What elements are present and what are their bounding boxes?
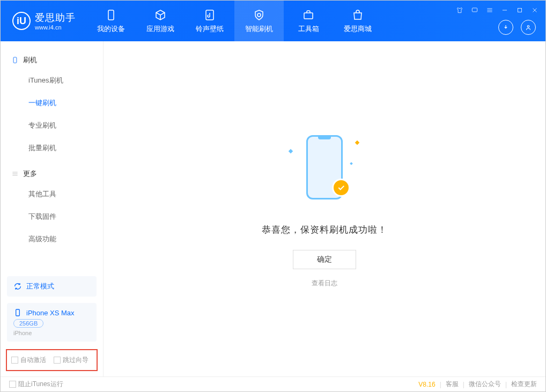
svg-rect-0	[108, 10, 114, 20]
phone-icon	[104, 8, 118, 22]
status-bar: 阻止iTunes运行 V8.16 | 客服 | 微信公众号 | 检查更新	[1, 376, 545, 391]
refresh-shield-icon	[252, 8, 266, 22]
nav-group-more: 更多	[1, 159, 103, 183]
bag-icon	[351, 8, 365, 22]
tab-my-device[interactable]: 我的设备	[86, 1, 136, 41]
nav-group-label: 更多	[23, 169, 37, 179]
tab-label: 智能刷机	[245, 24, 273, 34]
sidebar: 刷机 iTunes刷机 一键刷机 专业刷机 批量刷机 更多 其他工具 下载固件 …	[1, 41, 104, 376]
header-right-actions	[498, 20, 536, 35]
sync-icon	[13, 282, 22, 291]
check-update-link[interactable]: 检查更新	[511, 380, 537, 389]
nav-group-flash: 刷机	[1, 46, 103, 69]
svg-rect-2	[304, 13, 313, 19]
briefcase-icon	[301, 8, 315, 22]
tab-smart-flash[interactable]: 智能刷机	[234, 1, 284, 41]
top-tabs: 我的设备 应用游戏 铃声壁纸 智能刷机 工具箱 爱思商城	[86, 1, 382, 41]
view-log-link[interactable]: 查看日志	[312, 279, 337, 288]
user-icon[interactable]	[521, 20, 536, 35]
check-badge-icon	[332, 179, 350, 197]
minimize-icon[interactable]	[500, 6, 509, 14]
tab-toolbox[interactable]: 工具箱	[284, 1, 333, 41]
list-icon	[11, 170, 19, 177]
music-file-icon	[203, 8, 217, 22]
app-name: 爱思助手	[35, 11, 76, 24]
device-mode-card[interactable]: 正常模式	[7, 276, 97, 297]
ok-button[interactable]: 确定	[293, 250, 356, 269]
nav-pro-flash[interactable]: 专业刷机	[1, 114, 103, 137]
nav-itunes-flash[interactable]: iTunes刷机	[1, 69, 103, 92]
titlebar: iU 爱思助手 www.i4.cn 我的设备 应用游戏 铃声壁纸 智能刷机 工具…	[1, 1, 545, 41]
version-label: V8.16	[418, 381, 435, 388]
main-content: 恭喜您，保资料刷机成功啦！ 确定 查看日志	[104, 41, 545, 376]
shirt-icon[interactable]	[455, 6, 464, 14]
success-message: 恭喜您，保资料刷机成功啦！	[262, 224, 387, 236]
download-icon[interactable]	[498, 20, 513, 35]
nav-group-label: 刷机	[23, 55, 37, 65]
block-itunes-checkbox[interactable]: 阻止iTunes运行	[9, 380, 63, 389]
device-name: iPhone XS Max	[26, 309, 75, 317]
checkbox-label: 跳过向导	[63, 356, 88, 364]
nav-other-tools[interactable]: 其他工具	[1, 183, 103, 205]
nav-batch-flash[interactable]: 批量刷机	[1, 137, 103, 159]
maximize-icon[interactable]	[515, 6, 524, 14]
device-type: iPhone	[13, 330, 90, 336]
mode-label: 正常模式	[26, 282, 54, 291]
auto-activate-checkbox[interactable]: 自动激活	[11, 356, 46, 365]
phone-outline-icon	[11, 56, 19, 64]
skip-wizard-checkbox[interactable]: 跳过向导	[54, 356, 88, 365]
menu-icon[interactable]	[485, 6, 494, 14]
svg-rect-7	[16, 309, 20, 316]
checkbox-label: 阻止iTunes运行	[18, 380, 63, 388]
wechat-link[interactable]: 微信公众号	[469, 380, 501, 389]
logo-icon: iU	[12, 12, 31, 30]
nav-oneclick-flash[interactable]: 一键刷机	[1, 92, 103, 114]
tab-label: 我的设备	[97, 24, 125, 34]
cube-icon	[153, 8, 167, 22]
app-logo: iU 爱思助手 www.i4.cn	[1, 11, 86, 31]
tab-apps[interactable]: 应用游戏	[136, 1, 185, 41]
svg-rect-6	[13, 57, 17, 63]
nav-download-firmware[interactable]: 下载固件	[1, 205, 103, 228]
feedback-icon[interactable]	[470, 6, 479, 14]
tab-label: 爱思商城	[344, 24, 372, 34]
svg-rect-3	[472, 8, 477, 12]
app-url: www.i4.cn	[35, 24, 76, 31]
close-icon[interactable]	[530, 6, 539, 14]
nav-advanced[interactable]: 高级功能	[1, 228, 103, 250]
sidebar-nav: 刷机 iTunes刷机 一键刷机 专业刷机 批量刷机 更多 其他工具 下载固件 …	[1, 41, 103, 273]
support-link[interactable]: 客服	[446, 380, 459, 389]
svg-point-5	[527, 26, 529, 28]
tab-store[interactable]: 爱思商城	[333, 1, 382, 41]
tab-label: 铃声壁纸	[196, 24, 224, 34]
success-illustration	[292, 130, 357, 211]
tab-label: 应用游戏	[146, 24, 174, 34]
phone-small-icon	[13, 308, 22, 317]
device-storage: 256GB	[13, 319, 43, 328]
tab-label: 工具箱	[298, 24, 319, 34]
device-card[interactable]: iPhone XS Max 256GB iPhone	[7, 303, 97, 342]
window-controls	[455, 6, 539, 14]
svg-rect-4	[518, 9, 522, 12]
tab-ringtones[interactable]: 铃声壁纸	[185, 1, 234, 41]
options-highlight-box: 自动激活 跳过向导	[6, 349, 98, 371]
checkbox-label: 自动激活	[20, 356, 46, 364]
